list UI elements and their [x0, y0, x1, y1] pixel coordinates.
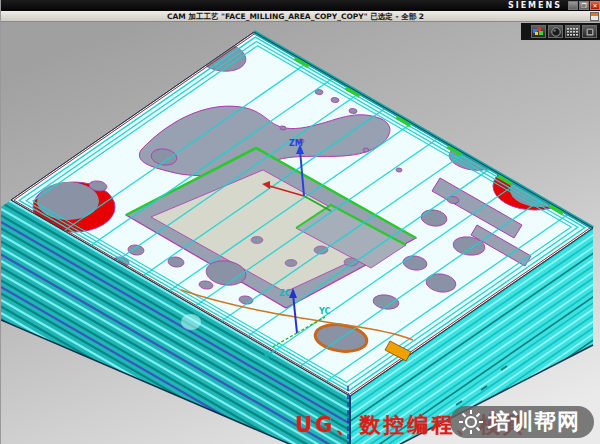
grid-icon: [567, 27, 579, 36]
mcs-z-label: ZM: [289, 139, 303, 148]
info-panel-icon: [585, 27, 595, 37]
close-icon: ✕: [591, 1, 599, 10]
drill-mark: [546, 376, 552, 380]
floor-hole: [285, 260, 297, 267]
close-button[interactable]: ✕: [590, 1, 600, 10]
minimize-button[interactable]: _: [568, 1, 578, 10]
info-panel-button[interactable]: [582, 25, 597, 38]
wcs-z-label: ZC: [279, 289, 291, 298]
sun-icon: [458, 409, 484, 435]
wcs-y-label: YC: [318, 307, 331, 316]
application-window: SIEMENS _ ❐ ✕ CAM 加工工艺 "FACE_MILLING_ARE…: [0, 0, 600, 444]
siemens-logo: SIEMENS: [508, 0, 562, 11]
hole-feature: [396, 168, 402, 173]
view-toolbar: [521, 23, 600, 40]
watermark-badge: 培训帮网: [450, 406, 594, 438]
cam-model-view: ZM ZC YC XC: [1, 22, 600, 444]
shaded-display-button[interactable]: [548, 25, 563, 38]
render-style-button[interactable]: [531, 25, 546, 38]
restore-button[interactable]: ❐: [579, 1, 589, 10]
render-style-icon: [533, 27, 544, 36]
grid-button[interactable]: [565, 25, 580, 38]
status-message: CAM 加工工艺 "FACE_MILLING_AREA_COPY_COPY" 已…: [1, 11, 590, 22]
hole-feature: [363, 148, 369, 153]
drill-mark: [576, 356, 582, 360]
title-bar: SIEMENS _ ❐ ✕: [1, 0, 600, 11]
hole-feature: [280, 126, 286, 131]
restore-icon: ❐: [580, 1, 588, 10]
side-face-hole: [181, 314, 201, 330]
status-bar: CAM 加工工艺 "FACE_MILLING_AREA_COPY_COPY" 已…: [1, 11, 600, 22]
drill-mark: [523, 396, 529, 400]
wcs-x-label: XC: [263, 351, 275, 360]
watermark-text: 培训帮网: [488, 406, 580, 438]
graphics-viewport[interactable]: ZM ZC YC XC: [1, 22, 600, 444]
clipboard-icon[interactable]: [590, 12, 599, 21]
floor-hole: [251, 237, 263, 244]
shaded-display-icon: [551, 27, 561, 37]
